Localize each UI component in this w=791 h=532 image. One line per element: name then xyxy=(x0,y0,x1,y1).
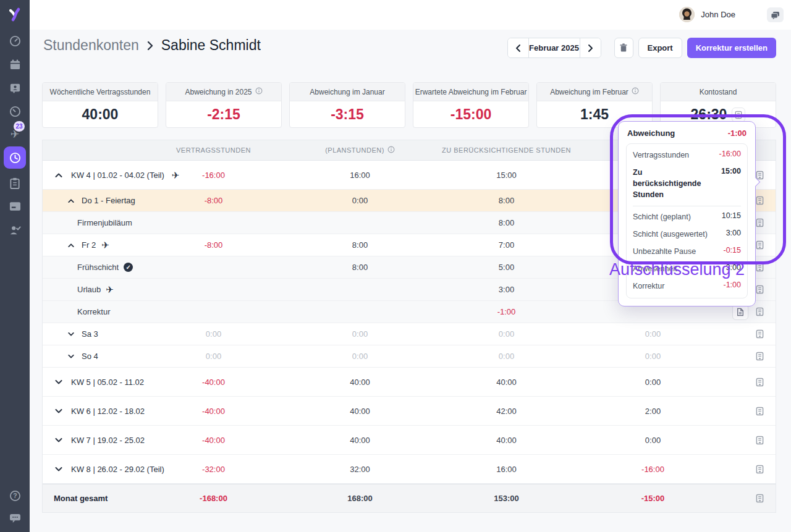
logbook-icon[interactable] xyxy=(756,329,764,339)
cell-vertragsstunden: -8:00 xyxy=(140,240,287,250)
month-navigation: Februar 2025 xyxy=(507,38,601,58)
cell-beruecksichtigende: 16:00 xyxy=(433,465,580,474)
table-row-so4[interactable]: So 4 0:00 0:00 0:00 0:00 xyxy=(43,345,776,368)
card-value: -2:15 xyxy=(207,106,240,123)
cell-planstunden: 40:00 xyxy=(287,378,433,387)
month-label[interactable]: Februar 2025 xyxy=(528,38,580,57)
popup-total: -1:00 xyxy=(728,129,747,138)
cell-vertragsstunden: 0:00 xyxy=(140,329,287,339)
employees-icon[interactable] xyxy=(9,82,21,94)
cell-vertragsstunden: -16:00 xyxy=(140,171,287,180)
balance-logbook-icon[interactable] xyxy=(732,108,745,122)
cell-beruecksichtigende: 5:00 xyxy=(433,263,580,272)
chevron-down-icon[interactable] xyxy=(54,377,64,387)
row-label: Korrektur xyxy=(77,307,110,316)
calendar-icon[interactable] xyxy=(9,58,21,70)
logbook-icon[interactable] xyxy=(756,465,764,474)
chevron-up-icon[interactable] xyxy=(66,196,76,206)
row-label: KW 6 | 12.02 - 18.02 xyxy=(71,407,145,416)
payments-card-icon[interactable] xyxy=(9,200,21,213)
logbook-icon[interactable] xyxy=(756,196,764,205)
logbook-icon[interactable] xyxy=(756,218,764,227)
popup-title: Abweichung xyxy=(627,129,675,138)
column-header-vertragsstunden: VERTRAGSSTUNDEN xyxy=(140,146,287,154)
card-title: Wöchentliche Vertragsstunden xyxy=(50,88,151,96)
cell-vertragsstunden: -8:00 xyxy=(140,196,287,205)
logbook-icon[interactable] xyxy=(756,263,764,272)
logbook-icon[interactable] xyxy=(756,352,764,361)
card-value: 1:45 xyxy=(580,106,609,123)
popup-row: Schicht (ausgewertet) 3:00 xyxy=(633,226,741,243)
prev-month-button[interactable] xyxy=(508,38,528,57)
user-menu[interactable]: John Doe xyxy=(679,7,735,22)
breadcrumb: Stundenkonten Sabine Schmidt xyxy=(43,37,261,54)
evaluations-icon[interactable] xyxy=(9,105,21,117)
next-month-button[interactable] xyxy=(580,38,601,57)
popup-row: Korrektur -1:00 xyxy=(633,277,741,295)
cell-planstunden: 0:00 xyxy=(287,329,433,339)
create-correction-button[interactable]: Korrektur erstellen xyxy=(687,38,776,58)
card-title: Kontostand xyxy=(700,88,737,96)
chevron-up-icon[interactable] xyxy=(54,170,64,180)
row-label: Sa 3 xyxy=(82,329,98,339)
feedback-chat-icon[interactable] xyxy=(9,512,21,524)
topbar: John Doe xyxy=(30,0,791,30)
logbook-icon[interactable] xyxy=(756,407,764,416)
cell-abweichung: 0:00 xyxy=(580,352,726,361)
cell-planstunden: 40:00 xyxy=(287,407,433,416)
cell-planstunden: 8:00 xyxy=(287,240,433,250)
row-label: Fr 2 xyxy=(82,240,96,250)
delete-button[interactable] xyxy=(614,38,633,58)
table-row-kw8[interactable]: KW 8 | 26.02 - 29.02 (Teil) -32:00 32:00… xyxy=(43,455,776,484)
time-tracking-clock-icon[interactable] xyxy=(9,151,21,164)
cell-planstunden: 8:00 xyxy=(287,263,433,272)
row-label: Frühschicht xyxy=(77,263,119,272)
row-label: KW 5 | 05.02 - 11.02 xyxy=(71,378,144,387)
sidebar: 23 ✈︎ ? xyxy=(0,0,30,532)
card-value: -3:15 xyxy=(331,106,364,123)
cell-planstunden: 40:00 xyxy=(287,436,433,445)
table-row-kw5[interactable]: KW 5 | 05.02 - 11.02 -40:00 40:00 40:00 … xyxy=(43,368,776,397)
logbook-icon[interactable] xyxy=(756,285,764,294)
info-icon[interactable] xyxy=(255,87,263,96)
card-value: 40:00 xyxy=(82,106,119,123)
info-icon[interactable] xyxy=(387,146,395,154)
cell-abweichung: 0:00 xyxy=(580,329,726,339)
cell-beruecksichtigende: 40:00 xyxy=(433,436,580,445)
cell-beruecksichtigende: 153:00 xyxy=(433,494,580,503)
cell-beruecksichtigende: 42:00 xyxy=(433,407,580,416)
chevron-down-icon[interactable] xyxy=(54,435,64,445)
cell-abweichung: -15:00 xyxy=(580,494,726,503)
chevron-down-icon[interactable] xyxy=(54,464,64,474)
table-row-kw7[interactable]: KW 7 | 19.02 - 25.02 -40:00 40:00 40:00 … xyxy=(43,426,776,455)
card-value: -15:00 xyxy=(450,106,491,123)
logbook-icon[interactable] xyxy=(756,494,764,503)
deviation-breakdown-popup: Abweichung -1:00 Vertragsstunden -16:00 … xyxy=(618,121,756,306)
chevron-up-icon[interactable] xyxy=(66,240,76,250)
logbook-icon[interactable] xyxy=(756,378,764,387)
column-header-planstunden: (PLANSTUNDEN) xyxy=(287,146,433,154)
page-title: Sabine Schmidt xyxy=(161,37,261,54)
chevron-down-icon[interactable] xyxy=(66,352,76,361)
dashboard-icon[interactable] xyxy=(9,35,21,47)
info-icon[interactable] xyxy=(632,87,639,96)
cell-beruecksichtigende: -1:00 xyxy=(433,307,580,316)
chevron-down-icon[interactable] xyxy=(54,406,64,416)
breadcrumb-section-link[interactable]: Stundenkonten xyxy=(43,37,139,54)
column-header-beruecksichtigende: ZU BERÜCKSICHTIGENDE STUNDEN xyxy=(433,146,580,154)
logbook-icon[interactable] xyxy=(756,436,764,445)
table-row-sa3[interactable]: Sa 3 0:00 0:00 0:00 0:00 xyxy=(43,323,776,345)
table-row-kw6[interactable]: KW 6 | 12.02 - 18.02 -40:00 40:00 42:00 … xyxy=(43,397,776,426)
cell-beruecksichtigende: 8:00 xyxy=(433,196,580,205)
export-button[interactable]: Export xyxy=(638,38,682,58)
messages-icon[interactable] xyxy=(767,7,784,22)
logbook-icon[interactable] xyxy=(756,307,764,316)
help-icon[interactable]: ? xyxy=(9,489,21,502)
chevron-down-icon[interactable] xyxy=(66,329,76,339)
popup-row: Zu berücksichtigende Stunden 15:00 xyxy=(633,164,741,203)
logbook-icon[interactable] xyxy=(756,240,764,250)
clipboard-icon[interactable] xyxy=(9,177,21,189)
user-check-icon[interactable] xyxy=(9,224,21,236)
app-logo-icon[interactable] xyxy=(7,7,23,23)
card-expected-deviation-february: Erwartete Abweichung im Februar -15:00 xyxy=(413,82,529,128)
